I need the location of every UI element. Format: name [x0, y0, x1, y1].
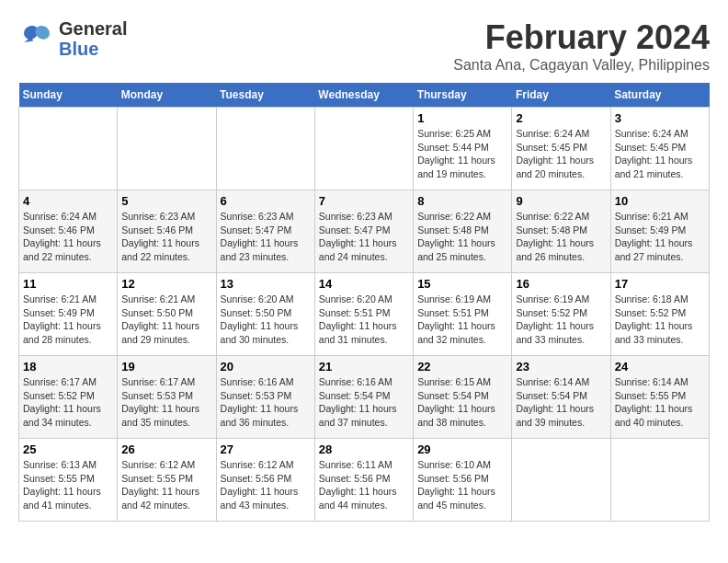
col-header-wednesday: Wednesday — [314, 83, 413, 108]
day-number: 12 — [121, 277, 211, 291]
logo-blue-text: Blue — [59, 39, 127, 59]
day-info: Sunrise: 6:25 AMSunset: 5:44 PMDaylight:… — [417, 127, 507, 181]
day-info: Sunrise: 6:21 AMSunset: 5:49 PMDaylight:… — [23, 293, 113, 347]
day-number: 14 — [319, 277, 409, 291]
day-info: Sunrise: 6:11 AMSunset: 5:56 PMDaylight:… — [319, 458, 409, 512]
location-title: Santa Ana, Cagayan Valley, Philippines — [453, 57, 710, 74]
day-info: Sunrise: 6:21 AMSunset: 5:49 PMDaylight:… — [615, 210, 705, 264]
calendar-cell: 17Sunrise: 6:18 AMSunset: 5:52 PMDayligh… — [610, 273, 709, 356]
calendar-cell: 22Sunrise: 6:15 AMSunset: 5:54 PMDayligh… — [414, 356, 512, 439]
week-row-1: 4Sunrise: 6:24 AMSunset: 5:46 PMDaylight… — [19, 190, 710, 273]
day-info: Sunrise: 6:18 AMSunset: 5:52 PMDaylight:… — [615, 293, 705, 347]
day-number: 24 — [615, 360, 705, 373]
calendar-cell: 5Sunrise: 6:23 AMSunset: 5:46 PMDaylight… — [118, 190, 216, 273]
day-number: 26 — [121, 442, 211, 456]
day-number: 21 — [319, 360, 409, 373]
calendar-cell: 7Sunrise: 6:23 AMSunset: 5:47 PMDaylight… — [314, 190, 413, 273]
calendar-cell: 24Sunrise: 6:14 AMSunset: 5:55 PMDayligh… — [610, 356, 709, 439]
day-number: 1 — [417, 111, 507, 125]
day-info: Sunrise: 6:22 AMSunset: 5:48 PMDaylight:… — [516, 210, 606, 264]
week-row-2: 11Sunrise: 6:21 AMSunset: 5:49 PMDayligh… — [19, 273, 710, 356]
day-number: 11 — [23, 277, 113, 291]
col-header-monday: Monday — [118, 83, 216, 108]
day-info: Sunrise: 6:20 AMSunset: 5:50 PMDaylight:… — [221, 293, 311, 347]
month-title: February 2024 — [453, 18, 710, 57]
day-info: Sunrise: 6:22 AMSunset: 5:48 PMDaylight:… — [417, 210, 507, 264]
day-info: Sunrise: 6:23 AMSunset: 5:47 PMDaylight:… — [319, 210, 409, 264]
col-header-tuesday: Tuesday — [216, 83, 314, 108]
logo-general-text: General — [59, 18, 127, 39]
day-info: Sunrise: 6:24 AMSunset: 5:45 PMDaylight:… — [516, 127, 606, 181]
day-info: Sunrise: 6:23 AMSunset: 5:47 PMDaylight:… — [221, 210, 311, 264]
day-info: Sunrise: 6:21 AMSunset: 5:50 PMDaylight:… — [121, 293, 211, 347]
day-info: Sunrise: 6:10 AMSunset: 5:56 PMDaylight:… — [417, 458, 507, 512]
calendar-cell: 28Sunrise: 6:11 AMSunset: 5:56 PMDayligh… — [314, 439, 413, 522]
calendar-cell: 11Sunrise: 6:21 AMSunset: 5:49 PMDayligh… — [19, 273, 118, 356]
day-number: 27 — [221, 442, 311, 456]
calendar-cell — [19, 108, 118, 190]
calendar-cell — [118, 108, 216, 190]
calendar-cell: 23Sunrise: 6:14 AMSunset: 5:54 PMDayligh… — [512, 356, 610, 439]
day-info: Sunrise: 6:15 AMSunset: 5:54 PMDaylight:… — [417, 375, 507, 430]
day-number: 29 — [417, 442, 507, 456]
day-number: 4 — [23, 194, 113, 208]
day-number: 28 — [319, 442, 409, 456]
calendar-cell: 15Sunrise: 6:19 AMSunset: 5:51 PMDayligh… — [414, 273, 512, 356]
calendar-cell: 19Sunrise: 6:17 AMSunset: 5:53 PMDayligh… — [118, 356, 216, 439]
day-number: 7 — [319, 194, 409, 208]
calendar-cell: 27Sunrise: 6:12 AMSunset: 5:56 PMDayligh… — [216, 439, 314, 522]
day-info: Sunrise: 6:17 AMSunset: 5:52 PMDaylight:… — [23, 375, 113, 430]
logo-name: General Blue — [59, 18, 127, 59]
day-info: Sunrise: 6:19 AMSunset: 5:51 PMDaylight:… — [417, 293, 507, 347]
day-number: 20 — [221, 360, 311, 373]
calendar-cell: 10Sunrise: 6:21 AMSunset: 5:49 PMDayligh… — [610, 190, 709, 273]
day-info: Sunrise: 6:24 AMSunset: 5:46 PMDaylight:… — [23, 210, 113, 264]
day-number: 16 — [516, 277, 606, 291]
week-row-4: 25Sunrise: 6:13 AMSunset: 5:55 PMDayligh… — [19, 439, 710, 522]
day-number: 19 — [121, 360, 211, 373]
calendar-cell: 21Sunrise: 6:16 AMSunset: 5:54 PMDayligh… — [314, 356, 413, 439]
day-info: Sunrise: 6:14 AMSunset: 5:55 PMDaylight:… — [615, 375, 705, 430]
title-block: February 2024 Santa Ana, Cagayan Valley,… — [453, 18, 710, 74]
week-row-0: 1Sunrise: 6:25 AMSunset: 5:44 PMDaylight… — [19, 108, 710, 190]
calendar-cell: 3Sunrise: 6:24 AMSunset: 5:45 PMDaylight… — [610, 108, 709, 190]
day-number: 18 — [23, 360, 113, 373]
calendar-cell: 20Sunrise: 6:16 AMSunset: 5:53 PMDayligh… — [216, 356, 314, 439]
calendar-cell — [610, 439, 709, 522]
calendar-cell: 26Sunrise: 6:12 AMSunset: 5:55 PMDayligh… — [118, 439, 216, 522]
day-number: 2 — [516, 111, 606, 125]
calendar-cell — [314, 108, 413, 190]
calendar-cell — [512, 439, 610, 522]
day-number: 25 — [23, 442, 113, 456]
day-info: Sunrise: 6:23 AMSunset: 5:46 PMDaylight:… — [121, 210, 211, 264]
calendar-cell: 14Sunrise: 6:20 AMSunset: 5:51 PMDayligh… — [314, 273, 413, 356]
day-number: 10 — [615, 194, 705, 208]
day-number: 23 — [516, 360, 606, 373]
calendar-cell: 16Sunrise: 6:19 AMSunset: 5:52 PMDayligh… — [512, 273, 610, 356]
day-number: 9 — [516, 194, 606, 208]
calendar-table: SundayMondayTuesdayWednesdayThursdayFrid… — [18, 83, 710, 522]
week-row-3: 18Sunrise: 6:17 AMSunset: 5:52 PMDayligh… — [19, 356, 710, 439]
calendar-cell — [216, 108, 314, 190]
day-info: Sunrise: 6:12 AMSunset: 5:56 PMDaylight:… — [221, 458, 311, 512]
calendar-cell: 2Sunrise: 6:24 AMSunset: 5:45 PMDaylight… — [512, 108, 610, 190]
calendar-cell: 4Sunrise: 6:24 AMSunset: 5:46 PMDaylight… — [19, 190, 118, 273]
calendar-cell: 8Sunrise: 6:22 AMSunset: 5:48 PMDaylight… — [414, 190, 512, 273]
day-number: 15 — [417, 277, 507, 291]
day-info: Sunrise: 6:24 AMSunset: 5:45 PMDaylight:… — [615, 127, 705, 181]
day-info: Sunrise: 6:12 AMSunset: 5:55 PMDaylight:… — [121, 458, 211, 512]
day-number: 8 — [417, 194, 507, 208]
calendar-cell: 25Sunrise: 6:13 AMSunset: 5:55 PMDayligh… — [19, 439, 118, 522]
col-header-saturday: Saturday — [610, 83, 709, 108]
day-number: 13 — [221, 277, 311, 291]
calendar-cell: 18Sunrise: 6:17 AMSunset: 5:52 PMDayligh… — [19, 356, 118, 439]
day-info: Sunrise: 6:19 AMSunset: 5:52 PMDaylight:… — [516, 293, 606, 347]
calendar-cell: 9Sunrise: 6:22 AMSunset: 5:48 PMDaylight… — [512, 190, 610, 273]
day-info: Sunrise: 6:14 AMSunset: 5:54 PMDaylight:… — [516, 375, 606, 430]
day-number: 22 — [417, 360, 507, 373]
col-header-thursday: Thursday — [414, 83, 512, 108]
calendar-cell: 6Sunrise: 6:23 AMSunset: 5:47 PMDaylight… — [216, 190, 314, 273]
day-info: Sunrise: 6:13 AMSunset: 5:55 PMDaylight:… — [23, 458, 113, 512]
logo-icon — [18, 20, 55, 57]
day-number: 3 — [615, 111, 705, 125]
